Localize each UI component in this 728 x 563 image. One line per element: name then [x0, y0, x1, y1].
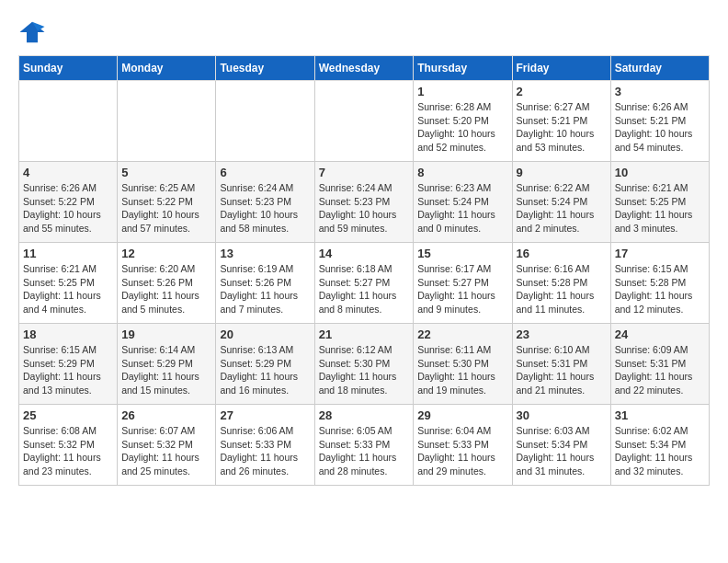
day-number: 5: [121, 166, 211, 179]
calendar-cell: 17Sunrise: 6:15 AM Sunset: 5:28 PM Dayli…: [610, 243, 709, 324]
day-number: 11: [23, 247, 113, 260]
day-number: 26: [121, 408, 211, 422]
calendar-cell: 6Sunrise: 6:24 AM Sunset: 5:23 PM Daylig…: [216, 162, 314, 243]
logo-icon: [18, 18, 46, 46]
calendar-cell: 10Sunrise: 6:21 AM Sunset: 5:25 PM Dayli…: [610, 162, 709, 243]
day-number: 1: [417, 85, 507, 98]
calendar-cell: 23Sunrise: 6:10 AM Sunset: 5:31 PM Dayli…: [512, 324, 610, 405]
day-number: 8: [417, 166, 507, 179]
day-info: Sunrise: 6:26 AM Sunset: 5:22 PM Dayligh…: [23, 181, 113, 236]
calendar-cell: 11Sunrise: 6:21 AM Sunset: 5:25 PM Dayli…: [19, 243, 118, 324]
day-info: Sunrise: 6:24 AM Sunset: 5:23 PM Dayligh…: [220, 181, 310, 236]
day-info: Sunrise: 6:13 AM Sunset: 5:29 PM Dayligh…: [220, 343, 310, 397]
day-number: 14: [319, 247, 410, 260]
calendar-cell: 7Sunrise: 6:24 AM Sunset: 5:23 PM Daylig…: [314, 162, 414, 243]
calendar-week-4: 18Sunrise: 6:15 AM Sunset: 5:29 PM Dayli…: [19, 324, 710, 405]
day-info: Sunrise: 6:22 AM Sunset: 5:24 PM Dayligh…: [517, 181, 607, 236]
day-number: 3: [615, 85, 705, 98]
day-number: 25: [23, 408, 113, 422]
day-info: Sunrise: 6:06 AM Sunset: 5:33 PM Dayligh…: [220, 424, 310, 478]
calendar-cell: 14Sunrise: 6:18 AM Sunset: 5:27 PM Dayli…: [314, 243, 414, 324]
day-number: 31: [615, 408, 705, 422]
day-number: 16: [517, 247, 607, 260]
header-sunday: Sunday: [19, 56, 118, 81]
day-info: Sunrise: 6:07 AM Sunset: 5:32 PM Dayligh…: [121, 424, 211, 478]
calendar-cell: 8Sunrise: 6:23 AM Sunset: 5:24 PM Daylig…: [414, 162, 512, 243]
header-wednesday: Wednesday: [314, 56, 414, 81]
day-info: Sunrise: 6:20 AM Sunset: 5:26 PM Dayligh…: [121, 262, 211, 316]
calendar-cell: [19, 81, 118, 162]
day-info: Sunrise: 6:12 AM Sunset: 5:30 PM Dayligh…: [319, 343, 410, 397]
calendar-cell: 26Sunrise: 6:07 AM Sunset: 5:32 PM Dayli…: [118, 405, 216, 486]
day-number: 9: [517, 166, 607, 179]
day-info: Sunrise: 6:03 AM Sunset: 5:34 PM Dayligh…: [517, 424, 607, 478]
calendar-cell: 13Sunrise: 6:19 AM Sunset: 5:26 PM Dayli…: [216, 243, 314, 324]
calendar-cell: 25Sunrise: 6:08 AM Sunset: 5:32 PM Dayli…: [19, 405, 118, 486]
day-number: 15: [417, 247, 507, 260]
day-info: Sunrise: 6:08 AM Sunset: 5:32 PM Dayligh…: [23, 424, 113, 478]
calendar-header-row: SundayMondayTuesdayWednesdayThursdayFrid…: [19, 56, 710, 81]
calendar-cell: 21Sunrise: 6:12 AM Sunset: 5:30 PM Dayli…: [314, 324, 414, 405]
day-info: Sunrise: 6:21 AM Sunset: 5:25 PM Dayligh…: [615, 181, 705, 236]
day-info: Sunrise: 6:09 AM Sunset: 5:31 PM Dayligh…: [615, 343, 705, 397]
day-number: 28: [319, 408, 410, 422]
day-number: 2: [517, 85, 607, 98]
calendar-cell: 15Sunrise: 6:17 AM Sunset: 5:27 PM Dayli…: [414, 243, 512, 324]
calendar-cell: [314, 81, 414, 162]
day-number: 6: [220, 166, 310, 179]
calendar-cell: 5Sunrise: 6:25 AM Sunset: 5:22 PM Daylig…: [118, 162, 216, 243]
calendar-cell: 16Sunrise: 6:16 AM Sunset: 5:28 PM Dayli…: [512, 243, 610, 324]
day-number: 24: [615, 327, 705, 341]
day-info: Sunrise: 6:28 AM Sunset: 5:20 PM Dayligh…: [417, 100, 507, 155]
day-info: Sunrise: 6:11 AM Sunset: 5:30 PM Dayligh…: [417, 343, 507, 397]
day-info: Sunrise: 6:05 AM Sunset: 5:33 PM Dayligh…: [319, 424, 410, 478]
day-number: 19: [121, 327, 211, 341]
day-info: Sunrise: 6:17 AM Sunset: 5:27 PM Dayligh…: [417, 262, 507, 316]
calendar-cell: 31Sunrise: 6:02 AM Sunset: 5:34 PM Dayli…: [610, 405, 709, 486]
day-info: Sunrise: 6:25 AM Sunset: 5:22 PM Dayligh…: [121, 181, 211, 236]
page-header: [18, 18, 710, 46]
day-number: 23: [517, 327, 607, 341]
calendar-cell: 22Sunrise: 6:11 AM Sunset: 5:30 PM Dayli…: [414, 324, 512, 405]
calendar-cell: 12Sunrise: 6:20 AM Sunset: 5:26 PM Dayli…: [118, 243, 216, 324]
calendar-cell: 28Sunrise: 6:05 AM Sunset: 5:33 PM Dayli…: [314, 405, 414, 486]
calendar-week-5: 25Sunrise: 6:08 AM Sunset: 5:32 PM Dayli…: [19, 405, 710, 486]
header-monday: Monday: [118, 56, 216, 81]
day-info: Sunrise: 6:21 AM Sunset: 5:25 PM Dayligh…: [23, 262, 113, 316]
calendar-cell: 4Sunrise: 6:26 AM Sunset: 5:22 PM Daylig…: [19, 162, 118, 243]
calendar-week-3: 11Sunrise: 6:21 AM Sunset: 5:25 PM Dayli…: [19, 243, 710, 324]
calendar-cell: 20Sunrise: 6:13 AM Sunset: 5:29 PM Dayli…: [216, 324, 314, 405]
header-thursday: Thursday: [414, 56, 512, 81]
day-number: 18: [23, 327, 113, 341]
day-number: 7: [319, 166, 410, 179]
logo: [18, 18, 50, 46]
header-saturday: Saturday: [610, 56, 709, 81]
day-number: 12: [121, 247, 211, 260]
day-info: Sunrise: 6:02 AM Sunset: 5:34 PM Dayligh…: [615, 424, 705, 478]
day-info: Sunrise: 6:23 AM Sunset: 5:24 PM Dayligh…: [417, 181, 507, 236]
calendar-cell: 27Sunrise: 6:06 AM Sunset: 5:33 PM Dayli…: [216, 405, 314, 486]
calendar-cell: 3Sunrise: 6:26 AM Sunset: 5:21 PM Daylig…: [610, 81, 709, 162]
header-tuesday: Tuesday: [216, 56, 314, 81]
svg-marker-0: [20, 22, 45, 43]
day-number: 20: [220, 327, 310, 341]
day-info: Sunrise: 6:26 AM Sunset: 5:21 PM Dayligh…: [615, 100, 705, 155]
day-info: Sunrise: 6:15 AM Sunset: 5:28 PM Dayligh…: [615, 262, 705, 316]
calendar-cell: 29Sunrise: 6:04 AM Sunset: 5:33 PM Dayli…: [414, 405, 512, 486]
day-number: 10: [615, 166, 705, 179]
day-info: Sunrise: 6:10 AM Sunset: 5:31 PM Dayligh…: [517, 343, 607, 397]
calendar-week-2: 4Sunrise: 6:26 AM Sunset: 5:22 PM Daylig…: [19, 162, 710, 243]
calendar-cell: 30Sunrise: 6:03 AM Sunset: 5:34 PM Dayli…: [512, 405, 610, 486]
day-number: 30: [517, 408, 607, 422]
day-info: Sunrise: 6:19 AM Sunset: 5:26 PM Dayligh…: [220, 262, 310, 316]
header-friday: Friday: [512, 56, 610, 81]
day-info: Sunrise: 6:24 AM Sunset: 5:23 PM Dayligh…: [319, 181, 410, 236]
calendar-table: SundayMondayTuesdayWednesdayThursdayFrid…: [18, 55, 710, 486]
day-info: Sunrise: 6:27 AM Sunset: 5:21 PM Dayligh…: [517, 100, 607, 155]
day-info: Sunrise: 6:04 AM Sunset: 5:33 PM Dayligh…: [417, 424, 507, 478]
calendar-cell: 1Sunrise: 6:28 AM Sunset: 5:20 PM Daylig…: [414, 81, 512, 162]
calendar-cell: 2Sunrise: 6:27 AM Sunset: 5:21 PM Daylig…: [512, 81, 610, 162]
calendar-week-1: 1Sunrise: 6:28 AM Sunset: 5:20 PM Daylig…: [19, 81, 710, 162]
day-number: 27: [220, 408, 310, 422]
calendar-cell: 24Sunrise: 6:09 AM Sunset: 5:31 PM Dayli…: [610, 324, 709, 405]
